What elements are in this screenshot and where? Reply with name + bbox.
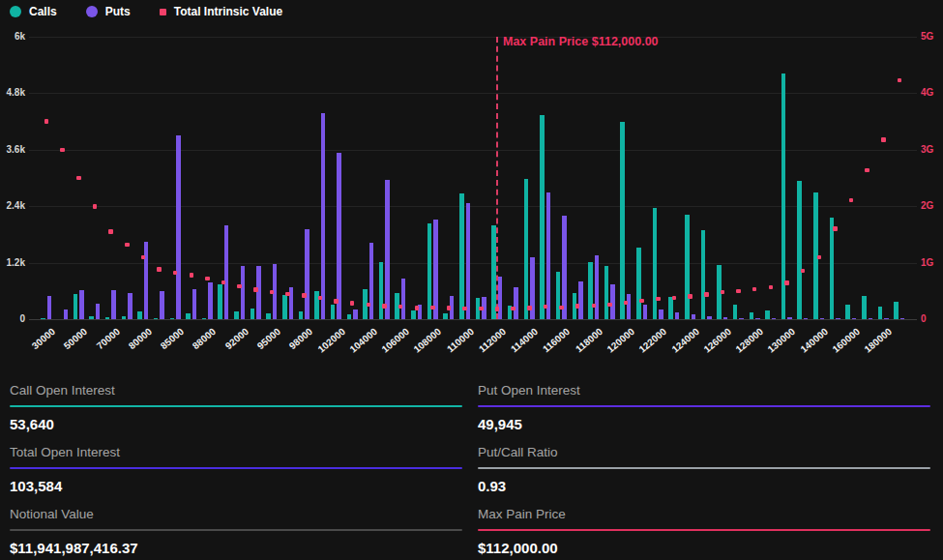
- puts-bar[interactable]: [305, 229, 309, 319]
- calls-bar[interactable]: [443, 313, 448, 319]
- total-intrinsic-value-point[interactable]: [285, 292, 290, 297]
- puts-bar[interactable]: [256, 266, 261, 319]
- calls-bar[interactable]: [266, 313, 271, 319]
- total-intrinsic-value-point[interactable]: [704, 292, 709, 297]
- puts-bar[interactable]: [884, 318, 889, 319]
- calls-bar[interactable]: [540, 115, 545, 319]
- total-intrinsic-value-point[interactable]: [253, 287, 258, 292]
- puts-bar[interactable]: [595, 255, 600, 319]
- total-intrinsic-value-point[interactable]: [752, 287, 757, 292]
- total-intrinsic-value-point[interactable]: [318, 296, 323, 301]
- total-intrinsic-value-point[interactable]: [592, 304, 597, 309]
- total-intrinsic-value-point[interactable]: [367, 303, 371, 308]
- puts-bar[interactable]: [47, 296, 52, 319]
- calls-bar[interactable]: [202, 318, 207, 319]
- total-intrinsic-value-point[interactable]: [865, 168, 869, 173]
- calls-bar[interactable]: [620, 122, 625, 319]
- calls-bar[interactable]: [588, 262, 593, 319]
- calls-bar[interactable]: [234, 311, 239, 319]
- calls-bar[interactable]: [105, 317, 110, 319]
- total-intrinsic-value-point[interactable]: [270, 290, 275, 295]
- puts-bar[interactable]: [498, 277, 503, 319]
- calls-bar[interactable]: [347, 314, 352, 319]
- calls-bar[interactable]: [894, 302, 899, 319]
- puts-bar[interactable]: [144, 242, 149, 319]
- calls-bar[interactable]: [282, 295, 287, 319]
- total-intrinsic-value-point[interactable]: [607, 303, 612, 308]
- calls-bar[interactable]: [331, 305, 336, 319]
- total-intrinsic-value-point[interactable]: [898, 78, 902, 83]
- total-intrinsic-value-point[interactable]: [527, 306, 532, 310]
- total-intrinsic-value-point[interactable]: [817, 255, 822, 260]
- calls-bar[interactable]: [765, 310, 770, 319]
- total-intrinsic-value-point[interactable]: [688, 294, 693, 299]
- calls-bar[interactable]: [830, 218, 835, 319]
- total-intrinsic-value-point[interactable]: [44, 119, 49, 124]
- calls-bar[interactable]: [74, 294, 78, 319]
- puts-bar[interactable]: [643, 305, 648, 319]
- puts-bar[interactable]: [869, 318, 873, 319]
- total-intrinsic-value-point[interactable]: [721, 290, 725, 295]
- total-intrinsic-value-point[interactable]: [672, 296, 677, 301]
- calls-bar[interactable]: [41, 318, 45, 319]
- total-intrinsic-value-point[interactable]: [382, 304, 387, 309]
- puts-bar[interactable]: [627, 294, 632, 319]
- puts-bar[interactable]: [546, 192, 551, 319]
- calls-bar[interactable]: [733, 305, 738, 319]
- total-intrinsic-value-point[interactable]: [350, 301, 355, 306]
- calls-bar[interactable]: [636, 248, 641, 319]
- total-intrinsic-value-point[interactable]: [237, 284, 242, 289]
- total-intrinsic-value-point[interactable]: [479, 307, 484, 311]
- puts-bar[interactable]: [401, 279, 406, 319]
- total-intrinsic-value-point[interactable]: [334, 299, 339, 304]
- calls-bar[interactable]: [186, 313, 191, 319]
- calls-bar[interactable]: [299, 311, 304, 319]
- total-intrinsic-value-point[interactable]: [430, 306, 435, 310]
- puts-bar[interactable]: [241, 266, 246, 319]
- calls-bar[interactable]: [122, 316, 127, 319]
- total-intrinsic-value-point[interactable]: [221, 280, 226, 285]
- puts-bar[interactable]: [562, 216, 567, 319]
- puts-bar[interactable]: [820, 318, 825, 319]
- calls-bar[interactable]: [379, 262, 384, 319]
- total-intrinsic-value-point[interactable]: [415, 306, 420, 310]
- total-intrinsic-value-point[interactable]: [833, 226, 838, 231]
- total-intrinsic-value-point[interactable]: [881, 137, 886, 142]
- calls-bar[interactable]: [170, 318, 175, 319]
- total-intrinsic-value-point[interactable]: [93, 204, 98, 209]
- total-intrinsic-value-point[interactable]: [60, 148, 65, 153]
- puts-bar[interactable]: [192, 289, 197, 319]
- puts-bar[interactable]: [111, 290, 116, 319]
- puts-bar[interactable]: [369, 243, 374, 319]
- calls-bar[interactable]: [154, 318, 159, 319]
- calls-bar[interactable]: [862, 296, 867, 319]
- calls-bar[interactable]: [89, 316, 94, 319]
- puts-bar[interactable]: [385, 180, 390, 319]
- puts-bar[interactable]: [772, 318, 777, 319]
- calls-bar[interactable]: [250, 309, 255, 319]
- calls-bar[interactable]: [556, 272, 561, 319]
- calls-bar[interactable]: [878, 307, 883, 319]
- calls-bar[interactable]: [845, 305, 850, 319]
- puts-bar[interactable]: [224, 225, 229, 319]
- total-intrinsic-value-point[interactable]: [205, 277, 210, 281]
- puts-bar[interactable]: [755, 318, 760, 319]
- calls-bar[interactable]: [411, 310, 416, 319]
- total-intrinsic-value-point[interactable]: [462, 307, 467, 311]
- puts-bar[interactable]: [514, 287, 518, 319]
- puts-bar[interactable]: [433, 220, 438, 319]
- puts-bar[interactable]: [160, 291, 164, 319]
- total-intrinsic-value-point[interactable]: [302, 293, 307, 298]
- puts-bar[interactable]: [836, 318, 840, 319]
- total-intrinsic-value-point[interactable]: [575, 304, 580, 309]
- puts-bar[interactable]: [900, 318, 905, 319]
- calls-bar[interactable]: [797, 181, 802, 319]
- puts-bar[interactable]: [466, 203, 471, 319]
- puts-bar[interactable]: [64, 309, 69, 319]
- puts-bar[interactable]: [739, 318, 744, 319]
- puts-bar[interactable]: [804, 318, 809, 319]
- calls-bar[interactable]: [701, 230, 706, 319]
- calls-bar[interactable]: [653, 208, 658, 319]
- total-intrinsic-value-point[interactable]: [559, 306, 564, 310]
- total-intrinsic-value-point[interactable]: [656, 297, 661, 302]
